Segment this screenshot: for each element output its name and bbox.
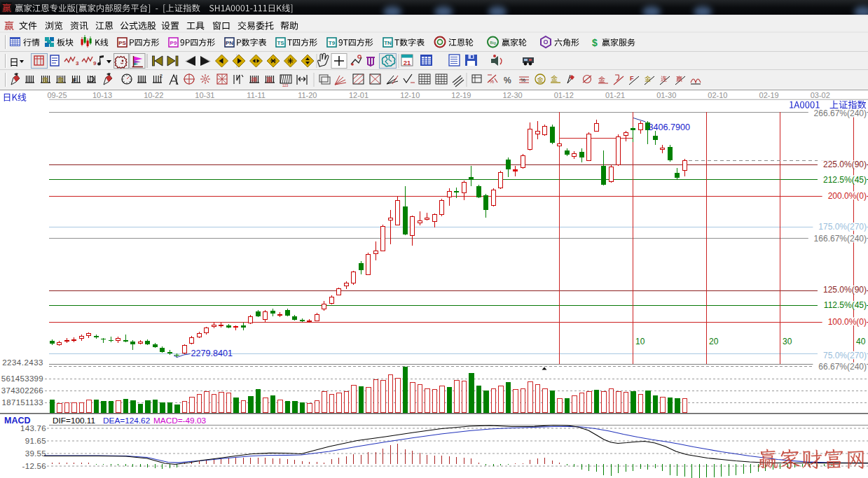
svg-text:266.67%(240): 266.67%(240) — [814, 108, 867, 118]
svg-text:12-01: 12-01 — [349, 91, 368, 99]
svg-text:40: 40 — [856, 337, 866, 346]
svg-text:11-20: 11-20 — [298, 91, 317, 99]
svg-text:TN: TN — [384, 40, 392, 46]
svg-text:21: 21 — [404, 59, 411, 66]
svg-text:3406.7900: 3406.7900 — [649, 122, 691, 132]
svg-text:DIF=100.11: DIF=100.11 — [53, 416, 95, 426]
svg-text:10: 10 — [635, 337, 645, 346]
svg-text:212.5%(45): 212.5%(45) — [823, 175, 867, 185]
svg-text:12-10: 12-10 — [400, 91, 420, 99]
svg-text:PN: PN — [226, 40, 233, 46]
svg-text:03-02: 03-02 — [811, 91, 830, 99]
svg-text:30: 30 — [783, 337, 792, 346]
svg-text:T9: T9 — [329, 40, 336, 46]
svg-text:91.65: 91.65 — [25, 437, 46, 445]
svg-text:MACD=-49.03: MACD=-49.03 — [153, 416, 207, 426]
svg-text:F: F — [630, 75, 634, 82]
svg-text:112.5%(45): 112.5%(45) — [824, 300, 867, 310]
svg-text:2: 2 — [160, 73, 163, 78]
svg-text:561453399: 561453399 — [1, 374, 43, 383]
svg-text:2279.8401: 2279.8401 — [191, 349, 233, 358]
svg-text:175.0%(270): 175.0%(270) — [818, 222, 867, 232]
svg-text:39.55: 39.55 — [25, 449, 46, 458]
svg-text:%: % — [504, 76, 511, 85]
svg-text:66.67%(240): 66.67%(240) — [818, 362, 867, 372]
svg-text:01-21: 01-21 — [605, 91, 625, 99]
svg-text:PS: PS — [118, 40, 126, 46]
svg-text:100.0%(0): 100.0%(0) — [828, 317, 867, 327]
svg-text:-12.56: -12.56 — [22, 462, 46, 470]
svg-text:10-31: 10-31 — [195, 91, 214, 99]
svg-text:11-11: 11-11 — [247, 91, 266, 99]
svg-text:374302266: 374302266 — [1, 386, 43, 395]
svg-text:$: $ — [592, 37, 598, 48]
svg-text:12-30: 12-30 — [503, 91, 523, 99]
svg-text:10-22: 10-22 — [144, 91, 163, 99]
svg-text:F: F — [73, 77, 76, 83]
svg-text:02-19: 02-19 — [759, 91, 779, 99]
svg-text:20: 20 — [709, 337, 719, 346]
svg-text:%: % — [489, 78, 494, 85]
svg-text:01-12: 01-12 — [554, 91, 574, 99]
svg-text:Big: Big — [490, 41, 496, 45]
svg-text:2234.2433: 2234.2433 — [2, 358, 43, 367]
svg-text:200.0%(0): 200.0%(0) — [828, 191, 867, 201]
svg-text:225.0%(90): 225.0%(90) — [823, 160, 867, 169]
svg-text:%: % — [521, 77, 525, 83]
svg-text:09-25: 09-25 — [47, 91, 67, 99]
svg-text:TS: TS — [277, 40, 284, 46]
svg-text:3: 3 — [76, 60, 79, 66]
svg-text:143.76: 143.76 — [20, 424, 46, 433]
svg-text:12-19: 12-19 — [451, 91, 471, 99]
svg-text:123: 123 — [282, 83, 289, 87]
svg-text:166.67%(240): 166.67%(240) — [814, 234, 867, 244]
svg-text:P9: P9 — [170, 40, 177, 46]
svg-text:DEA=124.62: DEA=124.62 — [103, 416, 150, 426]
svg-text:125.0%(90): 125.0%(90) — [823, 285, 867, 295]
svg-text:10-13: 10-13 — [92, 91, 112, 99]
svg-text:9: 9 — [93, 60, 97, 66]
svg-text:75.0%(270): 75.0%(270) — [823, 351, 867, 360]
svg-text:187151133: 187151133 — [2, 398, 43, 407]
svg-text:02-10: 02-10 — [708, 91, 727, 99]
svg-text:01-30: 01-30 — [656, 91, 676, 99]
